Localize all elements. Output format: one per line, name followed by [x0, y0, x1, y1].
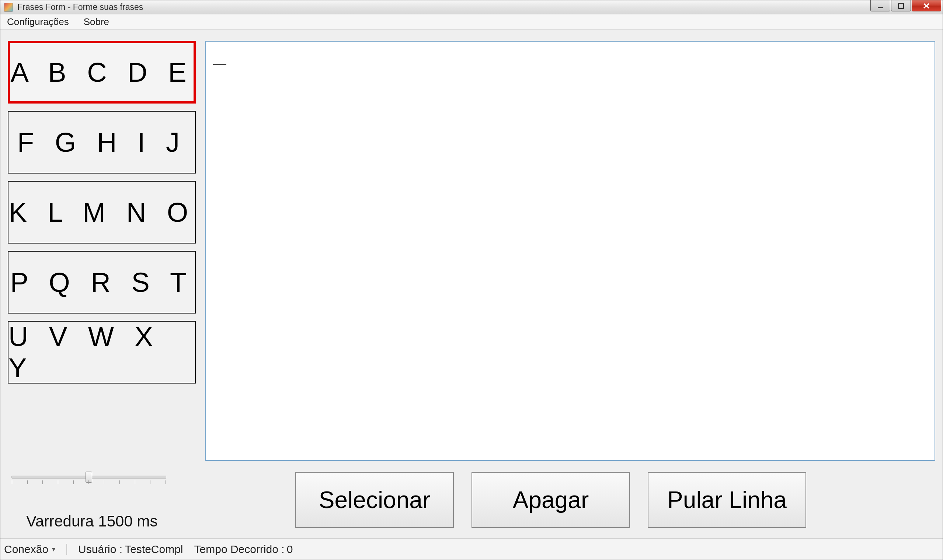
chevron-down-icon: ▾ — [52, 545, 55, 553]
delete-button[interactable]: Apagar — [471, 472, 630, 528]
letter-groups-column: A B C D E F G H I J K L M N O P Q R S T … — [8, 41, 196, 383]
maximize-button[interactable] — [891, 0, 911, 11]
text-output-area[interactable] — [205, 41, 935, 461]
status-elapsed-value: 0 — [287, 543, 293, 555]
status-user-value: TesteCompl — [125, 543, 183, 555]
letter-group-klmno[interactable]: K L M N O — [8, 181, 196, 243]
close-icon — [922, 2, 931, 9]
scan-speed-slider[interactable] — [11, 475, 166, 478]
status-elapsed: Tempo Decorrido : 0 — [194, 543, 293, 555]
titlebar: Frases Form - Forme suas frases — [0, 0, 943, 14]
status-separator — [66, 544, 67, 555]
close-button[interactable] — [912, 0, 941, 11]
menu-config[interactable]: Configurações — [5, 15, 71, 29]
statusbar: Conexão ▾ Usuário : TesteCompl Tempo Dec… — [0, 538, 943, 560]
svg-rect-0 — [878, 7, 883, 8]
action-buttons-row: Selecionar Apagar Pular Linha — [295, 472, 935, 528]
slider-ticks — [12, 480, 166, 484]
status-elapsed-label: Tempo Decorrido : — [194, 543, 285, 555]
maximize-icon — [897, 2, 904, 9]
letter-group-uvwxy[interactable]: U V W X Y — [8, 321, 196, 383]
newline-button[interactable]: Pular Linha — [648, 472, 806, 528]
status-user-label: Usuário : — [78, 543, 122, 555]
window-title: Frases Form - Forme suas frases — [17, 2, 143, 12]
app-icon — [3, 2, 14, 12]
slider-track — [11, 475, 166, 478]
menubar: Configurações Sobre — [0, 14, 943, 30]
select-button[interactable]: Selecionar — [295, 472, 454, 528]
window-controls — [870, 0, 941, 12]
scan-speed-label: Varredura 1500 ms — [26, 512, 157, 530]
letter-group-fghij[interactable]: F G H I J — [8, 111, 196, 174]
text-caret — [213, 64, 227, 65]
status-connection[interactable]: Conexão ▾ — [4, 543, 55, 555]
minimize-button[interactable] — [871, 0, 890, 11]
svg-rect-1 — [898, 3, 904, 8]
menu-about[interactable]: Sobre — [82, 15, 111, 29]
app-window: Frases Form - Forme suas frases Configur… — [0, 0, 943, 560]
status-user: Usuário : TesteCompl — [78, 543, 183, 555]
client-area: A B C D E F G H I J K L M N O P Q R S T … — [0, 30, 943, 537]
status-connection-label: Conexão — [4, 543, 48, 555]
minimize-icon — [877, 2, 884, 9]
letter-group-abcde[interactable]: A B C D E — [8, 41, 196, 103]
letter-group-pqrst[interactable]: P Q R S T — [8, 251, 196, 314]
